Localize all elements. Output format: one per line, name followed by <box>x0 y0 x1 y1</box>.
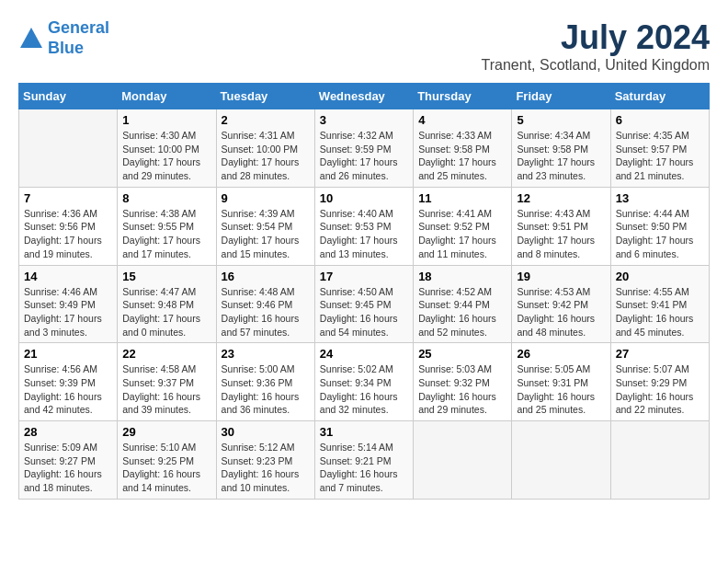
day-number: 12 <box>517 191 605 205</box>
day-info: Sunrise: 4:55 AMSunset: 9:41 PMDaylight:… <box>616 285 704 339</box>
calendar-cell: 4Sunrise: 4:33 AMSunset: 9:58 PMDaylight… <box>414 109 512 188</box>
header-day: Tuesday <box>216 84 314 109</box>
calendar-cell: 22Sunrise: 4:58 AMSunset: 9:37 PMDayligh… <box>118 343 216 421</box>
calendar-cell: 19Sunrise: 4:53 AMSunset: 9:42 PMDayligh… <box>512 265 610 343</box>
day-number: 11 <box>418 191 506 205</box>
calendar-cell: 26Sunrise: 5:05 AMSunset: 9:31 PMDayligh… <box>512 343 610 421</box>
header-day: Monday <box>118 84 216 109</box>
calendar-cell: 5Sunrise: 4:34 AMSunset: 9:58 PMDaylight… <box>512 109 610 188</box>
calendar-cell: 23Sunrise: 5:00 AMSunset: 9:36 PMDayligh… <box>216 343 314 421</box>
day-number: 13 <box>616 191 704 205</box>
day-info: Sunrise: 4:43 AMSunset: 9:51 PMDaylight:… <box>517 207 605 261</box>
header-row: SundayMondayTuesdayWednesdayThursdayFrid… <box>19 84 710 109</box>
calendar-cell: 9Sunrise: 4:39 AMSunset: 9:54 PMDaylight… <box>216 187 314 265</box>
day-info: Sunrise: 4:36 AMSunset: 9:56 PMDaylight:… <box>24 207 112 261</box>
day-number: 7 <box>24 191 112 205</box>
calendar-cell: 3Sunrise: 4:32 AMSunset: 9:59 PMDaylight… <box>314 109 413 188</box>
day-number: 14 <box>24 270 112 283</box>
calendar-week-row: 1Sunrise: 4:30 AMSunset: 10:00 PMDayligh… <box>19 109 710 188</box>
calendar-cell: 13Sunrise: 4:44 AMSunset: 9:50 PMDayligh… <box>610 187 709 265</box>
day-number: 22 <box>122 347 210 361</box>
calendar-cell: 17Sunrise: 4:50 AMSunset: 9:45 PMDayligh… <box>314 265 413 343</box>
day-info: Sunrise: 5:07 AMSunset: 9:29 PMDaylight:… <box>616 362 704 417</box>
day-info: Sunrise: 4:47 AMSunset: 9:48 PMDaylight:… <box>122 285 210 339</box>
day-number: 2 <box>222 113 310 127</box>
day-info: Sunrise: 4:31 AMSunset: 10:00 PMDaylight… <box>222 129 310 183</box>
calendar-cell: 11Sunrise: 4:41 AMSunset: 9:52 PMDayligh… <box>414 187 512 265</box>
day-number: 17 <box>320 270 408 283</box>
calendar-cell <box>414 421 512 500</box>
day-number: 27 <box>616 347 704 361</box>
calendar-cell: 20Sunrise: 4:55 AMSunset: 9:41 PMDayligh… <box>610 265 709 343</box>
calendar-cell: 2Sunrise: 4:31 AMSunset: 10:00 PMDayligh… <box>216 109 314 188</box>
header-day: Sunday <box>19 84 118 109</box>
day-info: Sunrise: 4:39 AMSunset: 9:54 PMDaylight:… <box>222 207 310 261</box>
calendar-cell: 8Sunrise: 4:38 AMSunset: 9:55 PMDaylight… <box>118 187 216 265</box>
header-day: Thursday <box>414 84 512 109</box>
day-number: 21 <box>24 347 112 361</box>
day-info: Sunrise: 4:32 AMSunset: 9:59 PMDaylight:… <box>320 129 408 183</box>
calendar-cell: 24Sunrise: 5:02 AMSunset: 9:34 PMDayligh… <box>314 343 413 421</box>
header-day: Wednesday <box>314 84 413 109</box>
page-header: General Blue July 2024 Tranent, Scotland… <box>18 18 710 74</box>
day-info: Sunrise: 4:46 AMSunset: 9:49 PMDaylight:… <box>24 285 112 339</box>
day-info: Sunrise: 4:56 AMSunset: 9:39 PMDaylight:… <box>24 362 112 417</box>
day-info: Sunrise: 4:44 AMSunset: 9:50 PMDaylight:… <box>616 207 704 261</box>
day-number: 4 <box>418 113 506 127</box>
calendar-cell: 12Sunrise: 4:43 AMSunset: 9:51 PMDayligh… <box>512 187 610 265</box>
day-number: 24 <box>320 347 408 361</box>
day-info: Sunrise: 4:53 AMSunset: 9:42 PMDaylight:… <box>517 285 605 339</box>
calendar-cell <box>610 421 709 500</box>
calendar-cell: 27Sunrise: 5:07 AMSunset: 9:29 PMDayligh… <box>610 343 709 421</box>
day-info: Sunrise: 4:41 AMSunset: 9:52 PMDaylight:… <box>418 207 506 261</box>
calendar-cell: 28Sunrise: 5:09 AMSunset: 9:27 PMDayligh… <box>19 421 118 500</box>
day-info: Sunrise: 5:10 AMSunset: 9:25 PMDaylight:… <box>122 441 210 495</box>
day-number: 26 <box>517 347 605 361</box>
day-number: 8 <box>122 191 210 205</box>
day-number: 3 <box>320 113 408 127</box>
day-info: Sunrise: 4:35 AMSunset: 9:57 PMDaylight:… <box>616 129 704 183</box>
logo: General Blue <box>18 18 109 58</box>
location-title: Tranent, Scotland, United Kingdom <box>482 57 710 74</box>
day-info: Sunrise: 4:33 AMSunset: 9:58 PMDaylight:… <box>418 129 506 183</box>
day-info: Sunrise: 4:58 AMSunset: 9:37 PMDaylight:… <box>122 362 210 417</box>
calendar-week-row: 14Sunrise: 4:46 AMSunset: 9:49 PMDayligh… <box>19 265 710 343</box>
day-number: 15 <box>122 270 210 283</box>
calendar-cell: 7Sunrise: 4:36 AMSunset: 9:56 PMDaylight… <box>19 187 118 265</box>
day-info: Sunrise: 4:34 AMSunset: 9:58 PMDaylight:… <box>517 129 605 183</box>
calendar-cell: 1Sunrise: 4:30 AMSunset: 10:00 PMDayligh… <box>118 109 216 188</box>
day-number: 31 <box>320 425 408 439</box>
day-number: 16 <box>222 270 310 283</box>
day-info: Sunrise: 4:30 AMSunset: 10:00 PMDaylight… <box>122 129 210 183</box>
day-number: 28 <box>24 425 112 439</box>
day-info: Sunrise: 5:12 AMSunset: 9:23 PMDaylight:… <box>222 441 310 495</box>
day-number: 9 <box>222 191 310 205</box>
day-info: Sunrise: 4:48 AMSunset: 9:46 PMDaylight:… <box>222 285 310 339</box>
calendar-cell: 29Sunrise: 5:10 AMSunset: 9:25 PMDayligh… <box>118 421 216 500</box>
day-info: Sunrise: 4:52 AMSunset: 9:44 PMDaylight:… <box>418 285 506 339</box>
day-info: Sunrise: 5:03 AMSunset: 9:32 PMDaylight:… <box>418 362 506 417</box>
calendar-week-row: 7Sunrise: 4:36 AMSunset: 9:56 PMDaylight… <box>19 187 710 265</box>
svg-marker-0 <box>20 28 42 48</box>
day-number: 30 <box>222 425 310 439</box>
day-number: 1 <box>122 113 210 127</box>
day-info: Sunrise: 5:05 AMSunset: 9:31 PMDaylight:… <box>517 362 605 417</box>
calendar-week-row: 21Sunrise: 4:56 AMSunset: 9:39 PMDayligh… <box>19 343 710 421</box>
day-number: 18 <box>418 270 506 283</box>
day-info: Sunrise: 4:38 AMSunset: 9:55 PMDaylight:… <box>122 207 210 261</box>
day-number: 5 <box>517 113 605 127</box>
day-info: Sunrise: 4:50 AMSunset: 9:45 PMDaylight:… <box>320 285 408 339</box>
header-day: Friday <box>512 84 610 109</box>
day-info: Sunrise: 5:00 AMSunset: 9:36 PMDaylight:… <box>222 362 310 417</box>
day-number: 6 <box>616 113 704 127</box>
calendar-week-row: 28Sunrise: 5:09 AMSunset: 9:27 PMDayligh… <box>19 421 710 500</box>
calendar-cell: 25Sunrise: 5:03 AMSunset: 9:32 PMDayligh… <box>414 343 512 421</box>
title-area: July 2024 Tranent, Scotland, United King… <box>482 18 710 74</box>
day-number: 19 <box>517 270 605 283</box>
day-info: Sunrise: 4:40 AMSunset: 9:53 PMDaylight:… <box>320 207 408 261</box>
calendar-cell <box>512 421 610 500</box>
day-info: Sunrise: 5:14 AMSunset: 9:21 PMDaylight:… <box>320 441 408 495</box>
calendar-cell: 10Sunrise: 4:40 AMSunset: 9:53 PMDayligh… <box>314 187 413 265</box>
calendar-cell: 6Sunrise: 4:35 AMSunset: 9:57 PMDaylight… <box>610 109 709 188</box>
calendar-cell: 14Sunrise: 4:46 AMSunset: 9:49 PMDayligh… <box>19 265 118 343</box>
